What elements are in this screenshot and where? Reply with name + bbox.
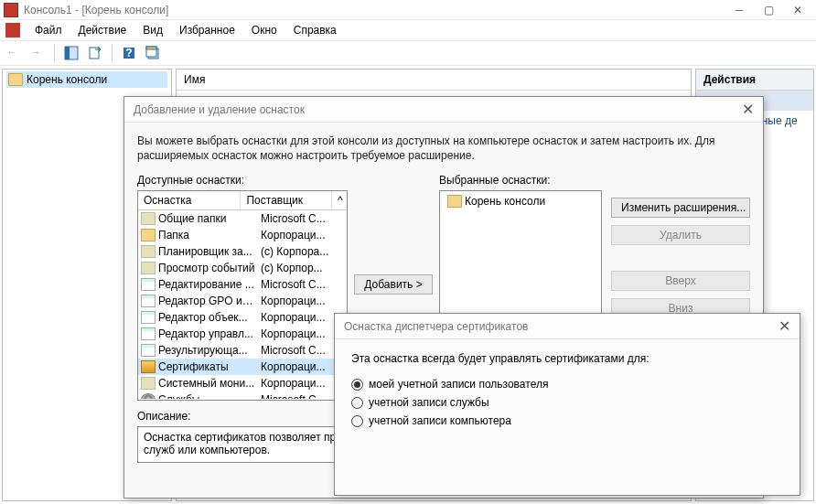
window-title: Консоль1 - [Корень консоли] [24,4,725,16]
cert-prompt: Эта оснастка всегда будет управлять серт… [351,352,783,365]
snapin-icon [141,245,156,258]
dialog-description: Вы можете выбрать оснастки для этой конс… [137,134,750,163]
selected-label: Выбранные оснастки: [439,174,602,187]
snapin-vendor: Корпораци... [257,229,347,241]
certificates-snapin-dialog: Оснастка диспетчера сертификатов ✕ Эта о… [334,313,800,496]
snapin-icon [141,278,156,291]
radio-icon [351,415,363,427]
menu-window[interactable]: Окно [244,22,285,38]
snapin-row[interactable]: Просмотр событий(с) Корпор... [138,260,347,276]
radio-icon [351,379,363,391]
snapin-name: Результирующа... [158,344,257,357]
toolbar-sep-2 [112,44,113,62]
snapin-icon [141,377,156,390]
new-window-button[interactable] [143,43,163,63]
svg-rect-1 [65,47,70,59]
snapin-name: Просмотр событий [158,262,257,274]
available-header: Оснастка Поставщик ^ [138,191,347,210]
cert-account-option[interactable]: моей учетной записи пользователя [351,378,783,391]
add-button[interactable]: Добавить > [354,274,432,295]
snapin-icon [141,344,156,357]
cert-dialog-title: Оснастка диспетчера сертификатов [344,320,528,333]
snapin-row[interactable]: Редактирование ...Microsoft C... [138,276,347,293]
snapin-row[interactable]: Редактор управл...Корпораци... [138,326,347,342]
menu-file[interactable]: Файл [27,22,70,38]
toolbar: ← → ? [0,40,816,66]
snapin-name: Общие папки [158,212,257,225]
cert-account-option[interactable]: учетной записи службы [351,396,783,409]
radio-label: учетной записи компьютера [369,414,511,427]
app-icon [4,3,18,17]
snapin-row[interactable]: Планировщик за...(с) Корпора... [138,243,347,260]
snapin-name: Системный мони... [158,377,257,390]
snapin-vendor: Microsoft C... [257,212,347,225]
minimize-button[interactable]: ─ [725,1,754,19]
snapin-icon [141,229,156,241]
scroll-indicator: ^ [332,191,347,209]
menu-help[interactable]: Справка [286,22,344,38]
menu-view[interactable]: Вид [135,22,170,38]
radio-icon [351,397,363,409]
menubar-app-icon [5,23,20,38]
snapin-row[interactable]: Редактор GPO ин...Корпораци... [138,293,347,309]
edit-extensions-button[interactable]: Изменить расширения... [611,198,750,218]
close-button[interactable]: ✕ [783,1,812,19]
show-hide-tree-button[interactable] [61,43,81,63]
svg-rect-7 [146,47,156,49]
snapin-name: Папка [158,229,257,241]
toolbar-sep [54,44,55,62]
window-controls: ─ ▢ ✕ [725,1,812,19]
col-snapin[interactable]: Оснастка [138,191,241,209]
menubar: Файл Действие Вид Избранное Окно Справка [0,20,816,40]
dialog-title: Добавление и удаление оснасток [134,103,305,116]
back-button[interactable]: ← [4,43,24,63]
snapin-icon [141,393,156,399]
snapin-row[interactable]: СертификатыКорпораци... [138,359,347,375]
snapin-row[interactable]: Общие папкиMicrosoft C... [138,210,347,227]
export-button[interactable] [85,43,105,63]
selected-root-item[interactable]: Корень консоли [442,193,599,209]
forward-button[interactable]: → [27,43,48,63]
dialog-titlebar: Добавление и удаление оснасток ✕ [124,97,763,123]
tree-root-item[interactable]: Корень консоли [6,71,167,88]
snapin-row[interactable]: Результирующа...Microsoft C... [138,342,347,359]
snapin-vendor: (с) Корпор... [257,262,347,274]
svg-text:?: ? [125,47,132,59]
tree-root-label: Корень консоли [27,73,107,86]
available-snapins-list[interactable]: Оснастка Поставщик ^ Общие папкиMicrosof… [137,190,348,401]
snapin-name: Службы [158,393,257,399]
snapin-row[interactable]: Редактор объек...Корпораци... [138,309,347,326]
list-column-name[interactable]: Имя [177,70,691,91]
dialog-close-button[interactable]: ✕ [742,101,754,118]
maximize-button[interactable]: ▢ [754,1,783,19]
snapin-name: Редактор объек... [158,311,257,324]
snapin-row[interactable]: ПапкаКорпораци... [138,227,347,243]
col-vendor[interactable]: Поставщик [241,191,332,209]
folder-icon [8,73,23,86]
folder-icon [447,195,462,208]
actions-header: Действия [696,70,813,91]
cert-account-option[interactable]: учетной записи компьютера [351,414,783,427]
snapin-vendor: Корпораци... [257,295,347,307]
radio-label: моей учетной записи пользователя [369,378,548,391]
snapin-name: Редактор GPO ин... [158,295,257,307]
available-label: Доступные оснастки: [137,174,348,187]
snapin-name: Редактирование ... [158,278,257,291]
snapin-vendor: Microsoft C... [257,278,347,291]
help-button[interactable]: ? [119,43,139,63]
snapin-icon [141,295,156,307]
snapin-icon [141,212,156,225]
remove-button[interactable]: Удалить [611,225,750,245]
menu-favorites[interactable]: Избранное [172,22,242,38]
cert-dialog-close-button[interactable]: ✕ [778,317,790,335]
snapin-row[interactable]: Системный мони...Корпораци... [138,375,347,391]
snapin-name: Планировщик за... [158,245,257,258]
snapin-row[interactable]: СлужбыMicrosoft C... [138,391,347,399]
snapin-name: Редактор управл... [158,327,257,340]
move-up-button[interactable]: Вверх [611,271,750,291]
snapin-icon [141,360,156,373]
snapin-name: Сертификаты [158,360,257,373]
menu-action[interactable]: Действие [71,22,134,38]
snapin-icon [141,262,156,274]
selected-root-label: Корень консоли [465,195,545,208]
